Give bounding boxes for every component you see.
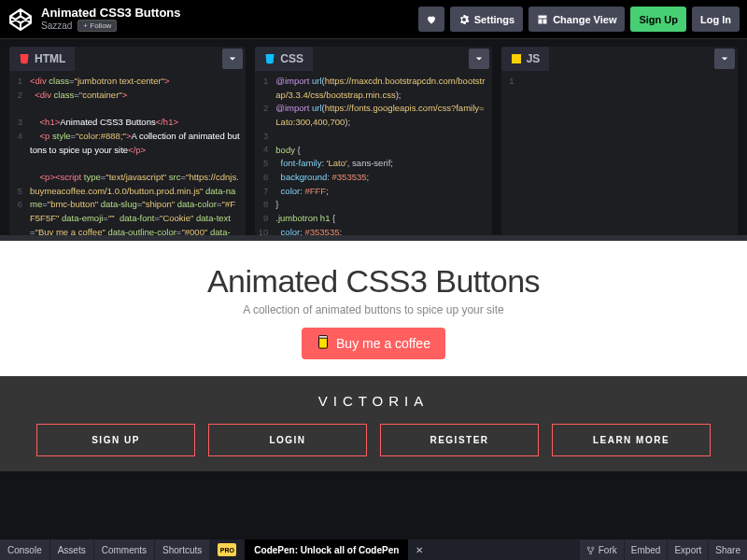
unlock-close-button[interactable]: ✕ xyxy=(408,539,423,560)
pro-badge-container: PRO xyxy=(210,539,244,560)
html-code[interactable]: <div class="jumbotron text-center"> <div… xyxy=(26,71,246,235)
change-view-button[interactable]: Change View xyxy=(529,7,625,32)
login-button[interactable]: Log In xyxy=(692,7,740,32)
html-editor: HTML 123456 <div class="jumbotron text-c… xyxy=(9,47,246,235)
js-dropdown[interactable] xyxy=(714,49,735,69)
svg-rect-1 xyxy=(539,19,543,23)
shortcuts-tab[interactable]: Shortcuts xyxy=(155,539,209,560)
hero-section: Animated CSS3 Buttons A collection of an… xyxy=(0,241,747,376)
follow-button[interactable]: + Follow xyxy=(78,20,117,32)
html-icon xyxy=(19,53,30,64)
console-tab[interactable]: Console xyxy=(0,539,49,560)
pro-badge: PRO xyxy=(218,543,236,556)
footer-bar: Console Assets Comments Shortcuts PRO Co… xyxy=(0,539,747,560)
pen-title: Animated CSS3 Buttons xyxy=(41,7,418,20)
demo-section-title: VICTORIA xyxy=(0,393,747,409)
preview-pane: Animated CSS3 Buttons A collection of an… xyxy=(0,241,747,471)
svg-rect-2 xyxy=(543,19,547,23)
svg-rect-3 xyxy=(512,54,521,63)
js-icon xyxy=(511,53,522,64)
js-code-body[interactable]: 1 xyxy=(501,71,738,235)
css-code[interactable]: @import url(https://maxcdn.bootstrapcdn.… xyxy=(272,71,491,235)
chevron-down-icon xyxy=(721,55,728,63)
css-editor: CSS 12345678910 @import url(https://maxc… xyxy=(255,47,491,235)
svg-rect-0 xyxy=(539,15,547,18)
author-name[interactable]: Sazzad xyxy=(41,21,72,31)
comments-tab[interactable]: Comments xyxy=(94,539,154,560)
codepen-logo[interactable] xyxy=(7,7,34,33)
gear-icon xyxy=(458,14,470,25)
export-button[interactable]: Export xyxy=(668,539,708,560)
svg-rect-5 xyxy=(319,336,328,339)
signup-button[interactable]: Sign Up xyxy=(630,7,686,32)
css-editor-header: CSS xyxy=(255,47,491,71)
fork-icon xyxy=(586,546,595,554)
demo-register-button[interactable]: REGISTER xyxy=(380,424,539,456)
html-editor-header: HTML xyxy=(9,47,246,71)
chevron-down-icon xyxy=(475,55,483,63)
js-tab[interactable]: JS xyxy=(501,47,550,71)
html-tab[interactable]: HTML xyxy=(9,47,75,71)
js-editor: JS 1 xyxy=(501,47,738,235)
layout-icon xyxy=(537,14,548,25)
hero-title: Animated CSS3 Buttons xyxy=(0,263,747,300)
chevron-down-icon xyxy=(229,55,236,63)
top-bar: Animated CSS3 Buttons Sazzad + Follow Se… xyxy=(0,0,747,39)
js-gutter: 1 xyxy=(501,71,518,235)
top-actions: Settings Change View Sign Up Log In xyxy=(418,7,740,32)
demo-signup-button[interactable]: SIGN UP xyxy=(36,424,195,456)
css-icon xyxy=(264,53,275,64)
unlock-banner[interactable]: CodePen: Unlock all of CodePen xyxy=(245,539,408,560)
demo-learnmore-button[interactable]: LEARN MORE xyxy=(552,424,711,456)
settings-button[interactable]: Settings xyxy=(450,7,523,32)
css-tab[interactable]: CSS xyxy=(255,47,313,71)
hero-subtitle: A collection of animated buttons to spic… xyxy=(0,303,747,316)
buy-coffee-button[interactable]: Buy me a coffee xyxy=(302,328,445,359)
editor-row: HTML 123456 <div class="jumbotron text-c… xyxy=(0,39,747,235)
css-code-body[interactable]: 12345678910 @import url(https://maxcdn.b… xyxy=(255,71,491,235)
html-code-body[interactable]: 123456 <div class="jumbotron text-center… xyxy=(9,71,246,235)
js-code[interactable] xyxy=(518,71,738,235)
embed-button[interactable]: Embed xyxy=(625,539,668,560)
fork-button[interactable]: Fork xyxy=(580,539,624,560)
css-gutter: 12345678910 xyxy=(255,71,272,235)
demo-button-row: SIGN UP LOGIN REGISTER LEARN MORE xyxy=(0,424,747,456)
assets-tab[interactable]: Assets xyxy=(50,539,93,560)
html-dropdown[interactable] xyxy=(222,49,243,69)
heart-icon xyxy=(426,14,437,25)
css-dropdown[interactable] xyxy=(469,49,489,69)
title-block: Animated CSS3 Buttons Sazzad + Follow xyxy=(41,7,418,32)
svg-rect-4 xyxy=(319,338,328,349)
html-gutter: 123456 xyxy=(9,71,26,235)
demo-section: VICTORIA SIGN UP LOGIN REGISTER LEARN MO… xyxy=(0,376,747,471)
coffee-cup-icon xyxy=(317,335,330,352)
like-button[interactable] xyxy=(418,7,444,32)
share-button[interactable]: Share xyxy=(709,539,747,560)
js-editor-header: JS xyxy=(501,47,738,71)
demo-login-button[interactable]: LOGIN xyxy=(208,424,367,456)
